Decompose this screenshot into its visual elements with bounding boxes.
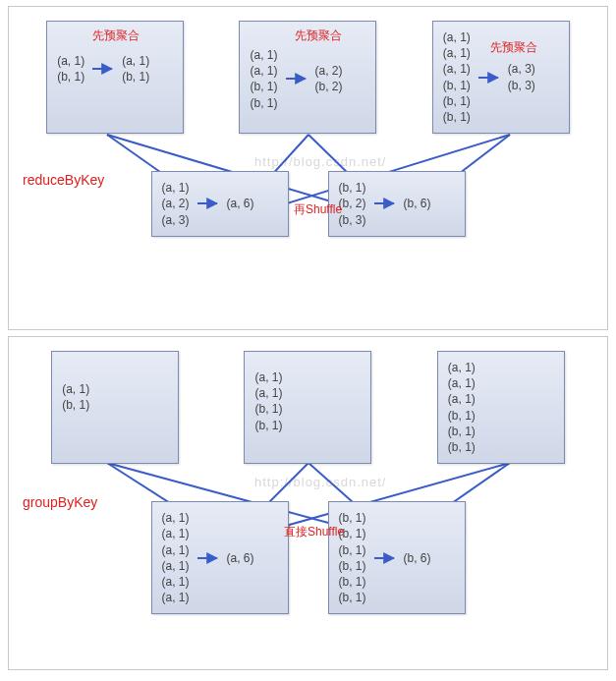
kv: (a, 1) bbox=[57, 53, 84, 69]
kv: (b, 1) bbox=[443, 93, 471, 109]
arrow-icon bbox=[372, 197, 398, 210]
kv: (a, 2) bbox=[162, 196, 190, 211]
mapper-box-3: 先预聚合 (a, 1) (a, 1) (a, 1) (b, 1) (b, 1) … bbox=[432, 21, 570, 134]
kv: (b, 1) bbox=[254, 401, 361, 417]
kv: (b, 1) bbox=[62, 397, 168, 413]
kv: (a, 1) bbox=[448, 360, 554, 375]
kv: (a, 1) bbox=[250, 47, 277, 63]
arrow-icon bbox=[196, 197, 221, 210]
reducer-row: (a, 1) (a, 1) (a, 1) (a, 1) (a, 1) (a, 1… bbox=[9, 487, 607, 630]
reducer-box-a: (a, 1) (a, 2) (a, 3) (a, 6) bbox=[151, 171, 289, 237]
kv: (b, 1) bbox=[339, 558, 366, 574]
pre-aggregate-label: 先预聚合 bbox=[92, 28, 140, 44]
kv: (b, 1) bbox=[443, 109, 471, 125]
kv: (b, 1) bbox=[339, 180, 366, 196]
kv: (a, 1) bbox=[162, 558, 190, 574]
arrow-icon bbox=[372, 551, 398, 565]
reduce-by-key-title: reduceByKey bbox=[23, 172, 104, 188]
kv: (a, 2) bbox=[315, 63, 343, 79]
kv: (a, 1) bbox=[254, 369, 361, 385]
kv: (b, 1) bbox=[122, 69, 149, 85]
kv: (b, 1) bbox=[448, 408, 554, 424]
kv-result: (a, 6) bbox=[227, 550, 254, 566]
reducer-box-b: (b, 1) (b, 1) (b, 1) (b, 1) (b, 1) (b, 1… bbox=[328, 501, 466, 614]
kv: (a, 3) bbox=[508, 61, 535, 77]
shuffle-label: 直接Shuffle bbox=[284, 524, 344, 540]
kv: (b, 1) bbox=[448, 439, 554, 455]
kv: (a, 1) bbox=[162, 590, 190, 605]
kv: (a, 1) bbox=[443, 45, 471, 61]
kv: (b, 1) bbox=[339, 542, 366, 558]
mapper-box-1: 先预聚合 (a, 1) (b, 1) (a, 1) (b, 1) bbox=[46, 21, 184, 134]
reducer-box-b: (b, 1) (b, 2) (b, 3) (b, 6) bbox=[328, 171, 466, 237]
shuffle-label: 再Shuffle bbox=[294, 201, 342, 218]
kv: (a, 1) bbox=[443, 29, 471, 45]
kv: (a, 1) bbox=[162, 574, 190, 590]
kv-result: (a, 6) bbox=[227, 196, 254, 211]
kv: (b, 1) bbox=[443, 78, 471, 93]
mapper-box-2: (a, 1) (a, 1) (b, 1) (b, 1) bbox=[244, 351, 371, 464]
arrow-icon bbox=[476, 71, 502, 85]
kv: (a, 1) bbox=[443, 61, 471, 77]
kv: (b, 1) bbox=[57, 69, 84, 85]
pre-aggregate-label: 先预聚合 bbox=[295, 28, 342, 44]
kv: (a, 1) bbox=[250, 63, 277, 79]
group-by-key-panel: groupByKey http://blog.csdn.net/ (a, 1) … bbox=[8, 336, 608, 670]
kv: (b, 1) bbox=[339, 590, 366, 605]
kv: (b, 1) bbox=[250, 79, 277, 94]
kv: (a, 1) bbox=[162, 510, 190, 526]
pre-aggregate-label: 先预聚合 bbox=[490, 39, 537, 56]
kv: (b, 3) bbox=[339, 212, 366, 228]
kv: (b, 2) bbox=[339, 196, 366, 211]
kv: (a, 1) bbox=[162, 542, 190, 558]
mapper-box-1: (a, 1) (b, 1) bbox=[51, 351, 179, 464]
kv: (a, 1) bbox=[162, 526, 190, 541]
kv: (b, 1) bbox=[339, 574, 366, 590]
kv: (b, 3) bbox=[508, 78, 535, 93]
mapper-box-3: (a, 1) (a, 1) (a, 1) (b, 1) (b, 1) (b, 1… bbox=[437, 351, 565, 464]
mapper-row: 先预聚合 (a, 1) (b, 1) (a, 1) (b, 1) 先预聚合 (a… bbox=[9, 7, 607, 157]
kv: (b, 1) bbox=[250, 95, 277, 111]
kv: (a, 3) bbox=[162, 212, 190, 228]
kv-result: (b, 6) bbox=[404, 550, 431, 566]
kv: (a, 1) bbox=[448, 391, 554, 407]
reduce-by-key-panel: reduceByKey http://blog.csdn.net/ 先预聚合 (… bbox=[8, 6, 608, 330]
arrow-icon bbox=[196, 551, 221, 565]
kv: (b, 1) bbox=[448, 424, 554, 439]
kv: (a, 1) bbox=[254, 385, 361, 401]
kv: (a, 1) bbox=[62, 381, 168, 397]
mapper-box-2: 先预聚合 (a, 1) (a, 1) (b, 1) (b, 1) (a, 2) … bbox=[239, 21, 376, 134]
kv: (b, 1) bbox=[254, 418, 361, 433]
kv-result: (b, 6) bbox=[404, 196, 431, 211]
reducer-box-a: (a, 1) (a, 1) (a, 1) (a, 1) (a, 1) (a, 1… bbox=[151, 501, 289, 614]
arrow-icon bbox=[90, 62, 116, 76]
mapper-row: (a, 1) (b, 1) (a, 1) (a, 1) (b, 1) (b, 1… bbox=[9, 337, 607, 487]
kv: (a, 1) bbox=[448, 375, 554, 391]
kv: (b, 2) bbox=[315, 79, 343, 94]
kv: (a, 1) bbox=[122, 53, 149, 69]
arrow-icon bbox=[284, 72, 309, 85]
kv: (a, 1) bbox=[162, 180, 190, 196]
group-by-key-title: groupByKey bbox=[23, 494, 97, 510]
